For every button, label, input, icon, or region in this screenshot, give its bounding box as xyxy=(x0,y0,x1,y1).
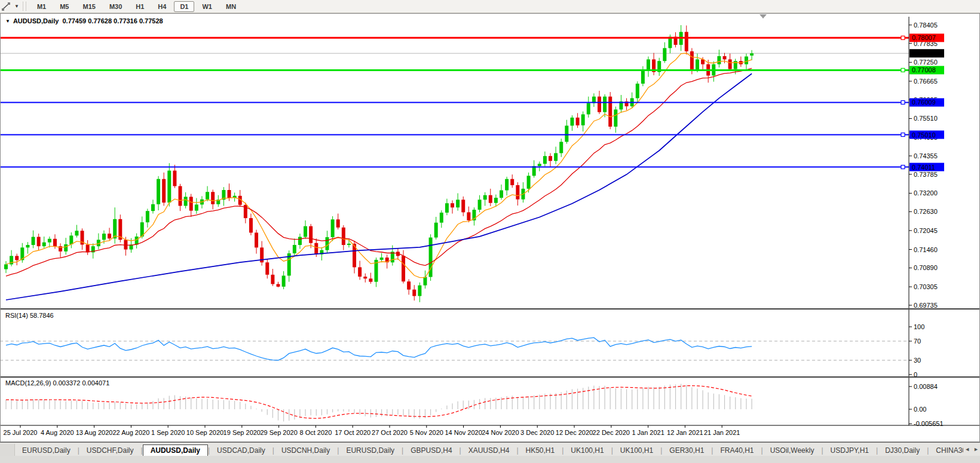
hline-handle[interactable] xyxy=(901,68,905,72)
chart-ohlc-values: 0.77459 0.77628 0.77316 0.77528 xyxy=(62,17,163,24)
hline-badge-label: 0.77008 xyxy=(912,66,936,73)
date-tick-label: 29 Sep 2020 xyxy=(260,429,297,436)
tab-usoil-weekly[interactable]: USOil,Weekly xyxy=(763,444,822,456)
price-tick-label: 0.70890 xyxy=(914,264,938,271)
tab-uk100-h1[interactable]: UK100,H1 xyxy=(613,444,660,456)
price-tick-label: 0.70305 xyxy=(914,283,938,290)
candle-body xyxy=(603,97,607,112)
date-tick-label: 22 Aug 2020 xyxy=(113,429,150,436)
tab-eurusd-daily[interactable]: EURUSD,Daily xyxy=(339,444,402,456)
chart-background xyxy=(0,13,980,442)
candle-body xyxy=(124,240,127,249)
tab-uk100-h1[interactable]: UK100,H1 xyxy=(564,444,611,456)
candle-body xyxy=(48,239,51,243)
candle-body xyxy=(451,203,454,207)
tab-gbpusd-h4[interactable]: GBPUSD,H4 xyxy=(403,444,459,456)
date-tick-label: 1 Jan 2021 xyxy=(632,429,664,436)
candle-body xyxy=(559,142,563,153)
candle-body xyxy=(608,97,612,127)
tab-hk50-h1[interactable]: HK50,H1 xyxy=(519,444,562,456)
timeframe-h4-button[interactable]: H4 xyxy=(152,1,172,12)
tab-xauusd-h4[interactable]: XAUUSD,H4 xyxy=(461,444,517,456)
candle-body xyxy=(745,57,748,65)
timeframe-m5-button[interactable]: M5 xyxy=(54,1,75,12)
candle-body xyxy=(412,290,416,296)
hline-handle[interactable] xyxy=(901,165,905,169)
timeframe-m15-button[interactable]: M15 xyxy=(76,1,101,12)
hline-handle[interactable] xyxy=(901,133,905,137)
tabs-scroll-right-icon[interactable]: ► xyxy=(973,446,979,452)
tab-usdcad-daily[interactable]: USDCAD,Daily xyxy=(210,444,272,456)
timeframe-m1-button[interactable]: M1 xyxy=(31,1,52,12)
price-tick-label: 0.75510 xyxy=(914,115,938,122)
candle-body xyxy=(271,275,274,284)
date-tick-label: 19 Sep 2020 xyxy=(223,429,261,436)
timeframe-buttons: M1M5M15M30H1H4D1W1MN xyxy=(31,1,242,12)
candle-body xyxy=(380,257,384,260)
candle-body xyxy=(587,103,590,114)
indicator-collapse-icon[interactable]: ▼ xyxy=(5,19,10,24)
candle-body xyxy=(113,219,117,238)
candle-body xyxy=(15,256,19,260)
candle-body xyxy=(663,48,666,61)
tab-ger30-h1[interactable]: GER30,H1 xyxy=(662,444,711,456)
candle-body xyxy=(4,264,8,269)
status-strip xyxy=(0,456,980,463)
rsi-indicator-label: RSI(14) 58.7846 xyxy=(5,312,54,319)
candle-body xyxy=(565,125,568,142)
timeframe-w1-button[interactable]: W1 xyxy=(196,1,218,12)
candle-body xyxy=(505,179,509,191)
price-chart-canvas[interactable]: 0.784050.778350.772500.766650.760950.755… xyxy=(0,13,980,442)
candle-body xyxy=(598,97,601,112)
candle-body xyxy=(500,191,503,198)
toolbar-grip xyxy=(23,2,26,11)
candle-body xyxy=(53,239,57,246)
price-tick-label: 0.78405 xyxy=(914,22,938,29)
pane-separator-macd[interactable] xyxy=(0,376,980,378)
tab-usdcnh-daily[interactable]: USDCNH,Daily xyxy=(274,444,337,456)
candle-body xyxy=(685,32,688,51)
tab-fra40-h1[interactable]: FRA40,H1 xyxy=(713,444,761,456)
timeframe-d1-button[interactable]: D1 xyxy=(174,1,194,12)
candle-body xyxy=(282,275,286,286)
timeframe-mn-button[interactable]: MN xyxy=(220,1,242,12)
date-tick-label: 8 Oct 2020 xyxy=(299,429,332,436)
candle-body xyxy=(309,226,313,243)
rsi-tick-label: 70 xyxy=(914,338,921,345)
tabs-scroll-left-icon[interactable]: ◄ xyxy=(964,446,970,452)
chart-tabs: EURUSD,Daily|USDCHF,Daily|AUDUSD,Daily|U… xyxy=(15,444,963,456)
timeframe-h1-button[interactable]: H1 xyxy=(130,1,150,12)
candle-body xyxy=(325,237,329,250)
macd-tick-label: 0.00 xyxy=(914,406,926,413)
tab-eurusd-daily[interactable]: EURUSD,Daily xyxy=(15,444,78,456)
tool-dropdown-icon[interactable]: ▼ xyxy=(14,4,19,9)
candle-body xyxy=(402,256,405,281)
hline-badge-label: 0.74011 xyxy=(912,164,935,171)
tab-china300-h1[interactable]: CHINA300,H1 xyxy=(929,444,963,456)
candle-body xyxy=(489,195,492,203)
candle-body xyxy=(265,262,269,275)
draw-tool-icon[interactable] xyxy=(1,2,13,11)
timeframe-m30-button[interactable]: M30 xyxy=(103,1,128,12)
hline-handle[interactable] xyxy=(901,36,905,39)
top-toolbar: ▼ M1M5M15M30H1H4D1W1MN xyxy=(0,0,980,13)
candle-body xyxy=(75,231,78,235)
tab-usdchf-daily[interactable]: USDCHF,Daily xyxy=(79,444,141,456)
date-tick-label: 1 Sep 2020 xyxy=(151,429,185,436)
candle-body xyxy=(179,186,182,206)
hline-badge-label: 0.76009 xyxy=(912,99,936,106)
tab-audusd-daily[interactable]: AUDUSD,Daily xyxy=(143,444,208,456)
chart-tabs-row: EURUSD,Daily|USDCHF,Daily|AUDUSD,Daily|U… xyxy=(0,444,963,457)
candle-body xyxy=(249,218,253,232)
tab-usdjpy-h1[interactable]: USDJPY,H1 xyxy=(823,444,876,456)
candle-body xyxy=(157,179,160,204)
date-tick-label: 24 Nov 2020 xyxy=(482,429,519,436)
hline-badge-label: 0.78007 xyxy=(912,34,936,41)
pane-separator-rsi[interactable] xyxy=(0,308,980,309)
candle-body xyxy=(336,219,340,228)
candle-body xyxy=(483,195,487,200)
hline-handle[interactable] xyxy=(901,100,905,104)
tab-dj30-daily[interactable]: DJ30,Daily xyxy=(878,444,927,456)
candle-body xyxy=(717,56,721,65)
mt4-terminal: { "toolbar": { "timeframes": ["M1","M5",… xyxy=(0,0,980,463)
